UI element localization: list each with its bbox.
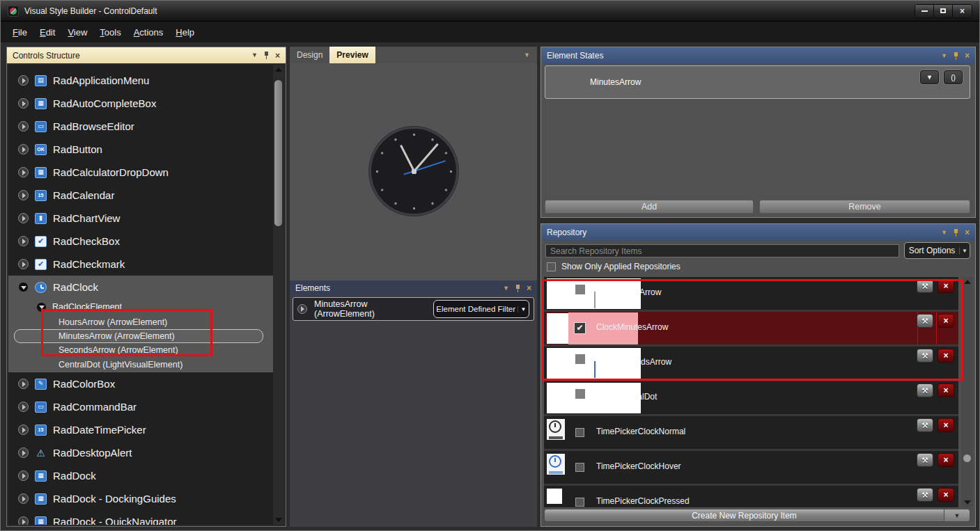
tree-item-radautocompletebox[interactable]: ▦ RadAutoCompleteBox	[8, 92, 273, 115]
expander-icon[interactable]	[18, 144, 29, 154]
delete-repository-item-button[interactable]: ×	[938, 314, 954, 328]
add-state-button[interactable]: Add	[545, 200, 754, 214]
edit-repository-item-button[interactable]: ⚒	[917, 383, 933, 397]
expander-icon[interactable]	[18, 75, 29, 86]
tree-item-radcalculatordropdown[interactable]: ▦ RadCalculatorDropDown	[8, 161, 273, 184]
delete-repository-item-button[interactable]: ×	[938, 349, 954, 363]
tree-item-radcheckmark[interactable]: ✔ RadCheckmark	[8, 253, 273, 276]
expander-icon[interactable]	[18, 121, 29, 132]
remove-state-button[interactable]: Remove	[759, 200, 970, 214]
delete-repository-item-button[interactable]: ×	[938, 453, 954, 467]
repo-item-checkbox[interactable]	[575, 428, 584, 437]
tree-item-raddock[interactable]: ▦ RadDock	[8, 464, 273, 487]
panel-menu-chevron-icon[interactable]: ▼	[941, 230, 947, 236]
expander-icon[interactable]	[18, 516, 29, 525]
edit-repository-item-button[interactable]: ⚒	[917, 314, 933, 328]
pin-icon[interactable]	[954, 229, 958, 237]
repository-search-input[interactable]	[545, 244, 899, 257]
repo-item-clockcentraldot[interactable]: ClockCentralDot ⚒ ×	[544, 381, 958, 416]
repo-item-timepickerclockpressed[interactable]: TimePickerClockPressed ⚒ ×	[544, 486, 958, 507]
element-state-item[interactable]: MinutesArrow ▼ ()	[545, 65, 970, 99]
expander-icon[interactable]	[18, 190, 29, 200]
collapse-icon[interactable]	[36, 302, 47, 312]
menu-actions[interactable]: Actions	[127, 24, 170, 40]
tree-item-radchartview[interactable]: ▮ RadChartView	[8, 207, 273, 230]
state-expression-button[interactable]: ()	[944, 70, 963, 84]
menu-edit[interactable]: Edit	[33, 24, 61, 40]
panel-menu-chevron-icon[interactable]: ▼	[251, 52, 258, 58]
repo-item-checkbox[interactable]	[575, 285, 585, 294]
panel-menu-chevron-icon[interactable]: ▼	[503, 285, 509, 292]
sort-options-button[interactable]: Sort Options ▼	[904, 242, 970, 259]
tree-item-radcommandbar[interactable]: ▭ RadCommandBar	[8, 395, 273, 418]
menu-help[interactable]: Help	[169, 24, 201, 40]
panel-close-icon[interactable]: ×	[275, 51, 280, 60]
repo-item-checkbox-checked[interactable]: ✔	[574, 322, 586, 334]
tree-item-radbrowseeditor[interactable]: ▭ RadBrowseEditor	[8, 115, 273, 138]
tab-preview[interactable]: Preview	[329, 47, 375, 63]
tree-item-raddock-dockingguides[interactable]: ▦ RadDock - DockingGuides	[8, 487, 273, 510]
repo-item-timepickerclockhover[interactable]: TimePickerClockHover ⚒ ×	[544, 451, 958, 486]
delete-repository-item-button[interactable]: ×	[938, 418, 954, 432]
repo-item-clockhoursarrow[interactable]: ClockHoursArrow ⚒ ×	[544, 277, 958, 312]
tree-item-radbutton[interactable]: OK RadButton	[8, 138, 273, 161]
repo-item-checkbox[interactable]	[575, 498, 584, 507]
tree-item-radapplicationmenu[interactable]: ▤ RadApplicationMenu	[8, 69, 273, 92]
create-new-repository-item-button[interactable]: Create New Repository Item	[544, 509, 944, 522]
expander-icon[interactable]	[18, 493, 29, 504]
menu-tools[interactable]: Tools	[93, 24, 127, 40]
panel-close-icon[interactable]: ×	[527, 284, 531, 292]
close-button[interactable]: ×	[953, 5, 972, 17]
expander-icon[interactable]	[18, 213, 29, 223]
tree-item-minutesarrow-selected[interactable]: MinutesArrow (ArrowElement)	[8, 329, 273, 343]
repo-item-clockminutesarrow-selected[interactable]: ✔ ClockMinutesArrow ⚒ ×	[544, 312, 958, 347]
expander-icon[interactable]	[18, 98, 29, 109]
panel-close-icon[interactable]: ×	[965, 228, 970, 237]
tree-item-secondsarrow[interactable]: SecondsArrow (ArrowElement)	[8, 343, 273, 357]
collapse-icon[interactable]	[18, 282, 29, 292]
expander-icon[interactable]	[18, 259, 29, 269]
edit-repository-item-button[interactable]: ⚒	[917, 418, 933, 432]
expander-icon[interactable]	[18, 425, 29, 435]
create-item-dropdown-button[interactable]: ▼	[944, 509, 970, 522]
repo-item-clocksecondsarrow[interactable]: ClockSecondsArrow ⚒ ×	[544, 347, 958, 381]
expander-icon[interactable]	[297, 304, 307, 314]
tabstrip-chevron-icon[interactable]: ▼	[524, 51, 530, 58]
edit-repository-item-button[interactable]: ⚒	[917, 453, 933, 467]
menu-view[interactable]: View	[61, 24, 93, 40]
edit-repository-item-button[interactable]: ⚒	[917, 279, 933, 293]
delete-repository-item-button[interactable]: ×	[938, 383, 954, 397]
repo-item-checkbox[interactable]	[575, 354, 585, 364]
pin-icon[interactable]	[264, 51, 269, 59]
tree-item-raddatetimepicker[interactable]: 15 RadDateTimePicker	[8, 418, 273, 441]
scrollbar-thumb[interactable]	[963, 454, 971, 462]
repo-item-timepickerclocknormal[interactable]: TimePickerClockNormal ⚒ ×	[544, 416, 958, 451]
tree-item-hoursarrow[interactable]: HoursArrow (ArrowElement)	[8, 315, 273, 329]
expander-icon[interactable]	[18, 379, 29, 389]
panel-close-icon[interactable]: ×	[965, 51, 970, 60]
repository-scrollbar[interactable]	[961, 277, 973, 507]
repo-item-checkbox[interactable]	[575, 389, 585, 399]
tree-item-raddesktopalert[interactable]: ⚠ RadDesktopAlert	[8, 441, 273, 464]
pin-icon[interactable]	[954, 52, 958, 60]
expander-icon[interactable]	[18, 167, 29, 177]
panel-menu-chevron-icon[interactable]: ▼	[941, 53, 947, 59]
tree-item-radcheckbox[interactable]: ✔ RadCheckBox	[8, 230, 273, 253]
element-defined-filter-dropdown[interactable]: Element Defined Filter ▼	[433, 300, 529, 318]
delete-repository-item-button[interactable]: ×	[938, 279, 954, 293]
tree-item-radclockelement[interactable]: RadClockElement	[8, 299, 273, 315]
maximize-button[interactable]	[934, 5, 953, 17]
delete-repository-item-button[interactable]: ×	[938, 488, 954, 502]
show-only-applied-checkbox[interactable]	[547, 262, 556, 271]
edit-repository-item-button[interactable]: ⚒	[917, 488, 933, 502]
menu-file[interactable]: File	[6, 24, 33, 40]
tab-design[interactable]: Design	[290, 47, 329, 63]
expander-icon[interactable]	[18, 470, 29, 481]
expander-icon[interactable]	[18, 402, 29, 412]
tree-item-radclock[interactable]: RadClock	[8, 276, 273, 299]
edit-repository-item-button[interactable]: ⚒	[917, 349, 933, 363]
state-dropdown-button[interactable]: ▼	[920, 70, 939, 84]
scrollbar-thumb[interactable]	[274, 80, 282, 226]
tree-item-radcolorbox[interactable]: ✎ RadColorBox	[8, 372, 273, 395]
pin-icon[interactable]	[515, 285, 520, 292]
